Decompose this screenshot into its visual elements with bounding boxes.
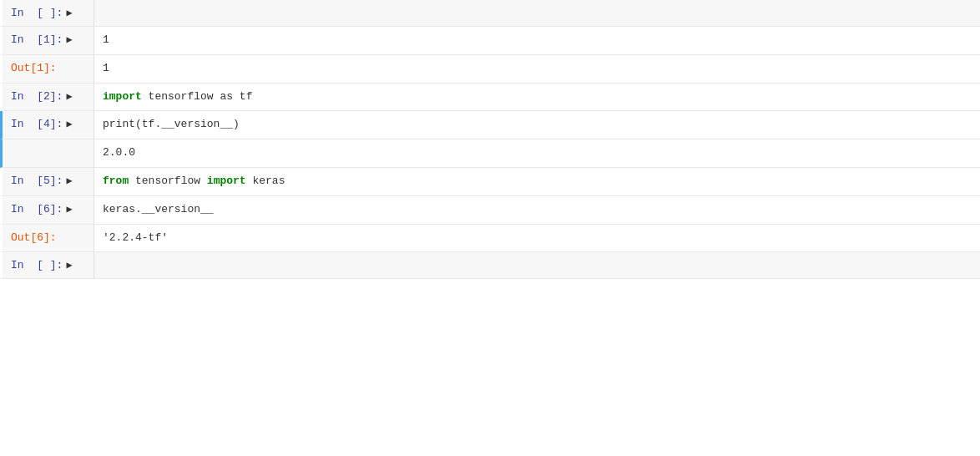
cell-1-out-value: 1 (103, 60, 972, 78)
cell-2-body[interactable]: import tensorflow as tf (94, 84, 980, 111)
cell-4-out-prompt (3, 139, 94, 167)
cell-empty-1: In [ ]: ▶ (0, 0, 980, 27)
run-icon-4[interactable]: ▶ (66, 118, 72, 130)
cell-empty-1-body[interactable] (94, 0, 980, 26)
cell-6-input: In [6]: ▶ keras.__version__ (0, 196, 980, 225)
cell-empty-2-body[interactable] (94, 252, 980, 278)
cell-6-output: Out[6]: '2.2.4-tf' (0, 225, 980, 253)
cell-5-prompt: In [5]: ▶ (3, 168, 94, 195)
cell-4-input: In [4]: ▶ print(tf.__version__) (0, 111, 980, 139)
run-icon-6[interactable]: ▶ (66, 203, 72, 215)
cell-6-body[interactable]: keras.__version__ (94, 196, 980, 224)
run-icon-empty-2[interactable]: ▶ (66, 259, 72, 271)
run-icon-2[interactable]: ▶ (66, 90, 72, 103)
cell-1-code: 1 (103, 32, 972, 49)
cell-4-prompt: In [4]: ▶ (3, 111, 94, 139)
cell-4-code: print(tf.__version__) (103, 116, 972, 134)
cell-2-code: import tensorflow as tf (103, 89, 972, 106)
cell-1-prompt: In [1]: ▶ (3, 27, 94, 54)
cell-5-body[interactable]: from tensorflow import keras (94, 168, 980, 195)
cell-empty-2-prompt: In [ ]: ▶ (3, 252, 94, 278)
cell-1-input: In [1]: ▶ 1 (0, 27, 980, 55)
cell-1-output: Out[1]: 1 (0, 55, 980, 84)
cell-6-prompt: In [6]: ▶ (3, 196, 94, 224)
cell-6-code: keras.__version__ (103, 201, 972, 219)
cell-5-code: from tensorflow import keras (103, 173, 972, 190)
run-icon-empty-1[interactable]: ▶ (66, 7, 72, 19)
notebook: In [ ]: ▶ In [1]: ▶ 1 Out[1]: 1 In [2]: … (0, 0, 980, 456)
cell-4-output: 2.0.0 (0, 139, 980, 168)
cell-2-prompt: In [2]: ▶ (3, 84, 94, 111)
cell-1-out-body: 1 (94, 55, 980, 83)
cell-6-out-prompt: Out[6]: (3, 225, 94, 252)
run-icon-1[interactable]: ▶ (66, 33, 72, 46)
run-icon-5[interactable]: ▶ (66, 175, 72, 187)
cell-5-input: In [5]: ▶ from tensorflow import keras (0, 168, 980, 196)
cell-empty-1-prompt: In [ ]: ▶ (3, 0, 94, 26)
cell-4-body[interactable]: print(tf.__version__) (94, 111, 980, 139)
cell-1-body[interactable]: 1 (94, 27, 980, 54)
cell-empty-2: In [ ]: ▶ (0, 252, 980, 279)
cell-6-out-body: '2.2.4-tf' (94, 225, 980, 252)
cell-2-input: In [2]: ▶ import tensorflow as tf (0, 84, 980, 112)
cell-4-out-body: 2.0.0 (94, 139, 980, 167)
cell-6-out-value: '2.2.4-tf' (103, 230, 972, 247)
cell-4-out-value: 2.0.0 (103, 144, 972, 162)
cell-1-out-prompt: Out[1]: (3, 55, 94, 83)
